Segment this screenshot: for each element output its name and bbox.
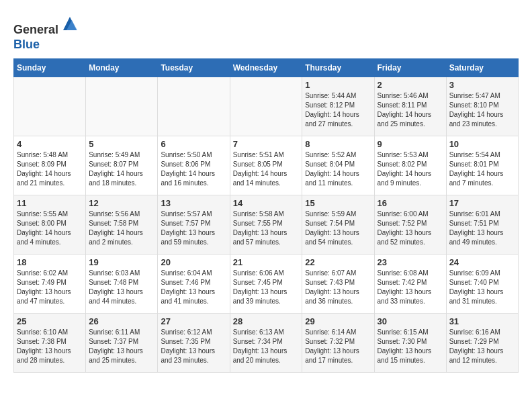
calendar-cell: 2Sunrise: 5:46 AM Sunset: 8:11 PM Daylig… [374,77,446,136]
day-number: 2 [378,80,443,90]
day-info: Sunrise: 5:54 AM Sunset: 8:01 PM Dayligh… [449,150,515,188]
calendar-cell: 1Sunrise: 5:44 AM Sunset: 8:12 PM Daylig… [302,77,374,136]
day-info: Sunrise: 6:07 AM Sunset: 7:43 PM Dayligh… [305,269,371,306]
day-number: 15 [305,198,371,208]
page-header: General Blue [13,13,519,52]
day-number: 22 [305,257,371,267]
day-number: 19 [89,257,154,267]
calendar-cell: 4Sunrise: 5:48 AM Sunset: 8:09 PM Daylig… [14,136,86,195]
calendar-cell: 11Sunrise: 5:55 AM Sunset: 8:00 PM Dayli… [14,195,86,255]
day-info: Sunrise: 5:59 AM Sunset: 7:54 PM Dayligh… [305,210,371,247]
day-number: 17 [449,198,515,208]
day-number: 18 [17,257,83,267]
calendar-cell: 20Sunrise: 6:04 AM Sunset: 7:46 PM Dayli… [158,255,230,314]
day-info: Sunrise: 5:53 AM Sunset: 8:02 PM Dayligh… [378,150,443,188]
calendar-week-5: 25Sunrise: 6:10 AM Sunset: 7:38 PM Dayli… [14,314,519,373]
day-number: 25 [17,316,83,326]
calendar-cell: 9Sunrise: 5:53 AM Sunset: 8:02 PM Daylig… [374,136,446,195]
day-info: Sunrise: 6:09 AM Sunset: 7:40 PM Dayligh… [449,269,515,306]
day-info: Sunrise: 6:03 AM Sunset: 7:48 PM Dayligh… [89,269,154,306]
weekday-header-sunday: Sunday [14,59,86,77]
day-number: 5 [89,139,154,149]
day-info: Sunrise: 5:56 AM Sunset: 7:58 PM Dayligh… [89,210,154,247]
day-number: 6 [161,139,226,149]
logo-general: General [13,23,58,36]
weekday-header-friday: Friday [374,59,446,77]
day-info: Sunrise: 5:47 AM Sunset: 8:10 PM Dayligh… [449,91,515,129]
day-info: Sunrise: 5:46 AM Sunset: 8:11 PM Dayligh… [378,91,443,129]
day-number: 13 [161,198,226,208]
calendar-cell: 22Sunrise: 6:07 AM Sunset: 7:43 PM Dayli… [302,255,374,314]
day-number: 27 [161,316,226,326]
calendar-cell [158,77,230,136]
calendar-cell: 7Sunrise: 5:51 AM Sunset: 8:05 PM Daylig… [230,136,302,195]
weekday-header-monday: Monday [86,59,158,77]
calendar-cell: 23Sunrise: 6:08 AM Sunset: 7:42 PM Dayli… [374,255,446,314]
calendar-cell: 29Sunrise: 6:14 AM Sunset: 7:32 PM Dayli… [302,314,374,373]
calendar-table: SundayMondayTuesdayWednesdayThursdayFrid… [13,58,519,373]
calendar-cell [230,77,302,136]
day-info: Sunrise: 5:58 AM Sunset: 7:55 PM Dayligh… [233,210,300,247]
day-number: 12 [89,198,154,208]
day-info: Sunrise: 5:52 AM Sunset: 8:04 PM Dayligh… [305,150,371,188]
day-info: Sunrise: 6:04 AM Sunset: 7:46 PM Dayligh… [161,269,226,306]
calendar-cell: 16Sunrise: 6:00 AM Sunset: 7:52 PM Dayli… [374,195,446,255]
day-info: Sunrise: 6:15 AM Sunset: 7:30 PM Dayligh… [378,328,443,365]
day-info: Sunrise: 5:57 AM Sunset: 7:57 PM Dayligh… [161,210,226,247]
weekday-header-saturday: Saturday [446,59,518,77]
day-info: Sunrise: 6:00 AM Sunset: 7:52 PM Dayligh… [378,210,443,247]
logo: General Blue [13,13,80,52]
day-number: 30 [378,316,443,326]
day-info: Sunrise: 6:11 AM Sunset: 7:37 PM Dayligh… [89,328,154,365]
calendar-cell: 8Sunrise: 5:52 AM Sunset: 8:04 PM Daylig… [302,136,374,195]
calendar-cell: 21Sunrise: 6:06 AM Sunset: 7:45 PM Dayli… [230,255,302,314]
day-info: Sunrise: 6:01 AM Sunset: 7:51 PM Dayligh… [449,210,515,247]
calendar-cell: 25Sunrise: 6:10 AM Sunset: 7:38 PM Dayli… [14,314,86,373]
weekday-header-thursday: Thursday [302,59,374,77]
calendar-cell: 12Sunrise: 5:56 AM Sunset: 7:58 PM Dayli… [86,195,158,255]
calendar-week-2: 4Sunrise: 5:48 AM Sunset: 8:09 PM Daylig… [14,136,519,195]
calendar-week-4: 18Sunrise: 6:02 AM Sunset: 7:49 PM Dayli… [14,255,519,314]
calendar-cell: 26Sunrise: 6:11 AM Sunset: 7:37 PM Dayli… [86,314,158,373]
day-info: Sunrise: 5:55 AM Sunset: 8:00 PM Dayligh… [17,210,83,247]
day-number: 3 [449,80,515,90]
day-number: 7 [233,139,300,149]
day-info: Sunrise: 6:06 AM Sunset: 7:45 PM Dayligh… [233,269,300,306]
logo-icon [60,13,80,34]
calendar-cell: 5Sunrise: 5:49 AM Sunset: 8:07 PM Daylig… [86,136,158,195]
day-number: 31 [449,316,515,326]
day-info: Sunrise: 5:48 AM Sunset: 8:09 PM Dayligh… [17,150,83,188]
day-number: 29 [305,316,371,326]
calendar-week-1: 1Sunrise: 5:44 AM Sunset: 8:12 PM Daylig… [14,77,519,136]
calendar-body: 1Sunrise: 5:44 AM Sunset: 8:12 PM Daylig… [14,77,519,373]
day-number: 8 [305,139,371,149]
weekday-header-wednesday: Wednesday [230,59,302,77]
day-number: 24 [449,257,515,267]
calendar-cell: 14Sunrise: 5:58 AM Sunset: 7:55 PM Dayli… [230,195,302,255]
calendar-week-3: 11Sunrise: 5:55 AM Sunset: 8:00 PM Dayli… [14,195,519,255]
calendar-cell: 13Sunrise: 5:57 AM Sunset: 7:57 PM Dayli… [158,195,230,255]
day-number: 9 [378,139,443,149]
logo-blue: Blue [13,38,40,51]
day-number: 26 [89,316,154,326]
day-number: 16 [378,198,443,208]
day-number: 23 [378,257,443,267]
calendar-cell: 31Sunrise: 6:16 AM Sunset: 7:29 PM Dayli… [446,314,518,373]
day-info: Sunrise: 5:51 AM Sunset: 8:05 PM Dayligh… [233,150,300,188]
weekday-header-tuesday: Tuesday [158,59,230,77]
calendar-cell [14,77,86,136]
calendar-cell: 15Sunrise: 5:59 AM Sunset: 7:54 PM Dayli… [302,195,374,255]
day-info: Sunrise: 6:10 AM Sunset: 7:38 PM Dayligh… [17,328,83,365]
calendar-cell: 30Sunrise: 6:15 AM Sunset: 7:30 PM Dayli… [374,314,446,373]
day-info: Sunrise: 6:13 AM Sunset: 7:34 PM Dayligh… [233,328,300,365]
calendar-cell: 6Sunrise: 5:50 AM Sunset: 8:06 PM Daylig… [158,136,230,195]
day-number: 28 [233,316,300,326]
calendar-cell [86,77,158,136]
day-number: 21 [233,257,300,267]
calendar-cell: 28Sunrise: 6:13 AM Sunset: 7:34 PM Dayli… [230,314,302,373]
day-info: Sunrise: 6:08 AM Sunset: 7:42 PM Dayligh… [378,269,443,306]
day-number: 10 [449,139,515,149]
day-number: 14 [233,198,300,208]
day-info: Sunrise: 6:12 AM Sunset: 7:35 PM Dayligh… [161,328,226,365]
calendar-cell: 3Sunrise: 5:47 AM Sunset: 8:10 PM Daylig… [446,77,518,136]
